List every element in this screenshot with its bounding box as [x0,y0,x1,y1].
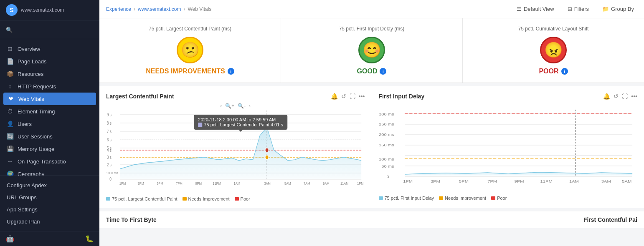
breadcrumb-experience[interactable]: Experience [106,6,131,12]
sidebar-label-page-loads: Page Loads [18,58,46,65]
sidebar-item-url-groups[interactable]: URL Groups [0,191,99,203]
sidebar-item-on-page-transactions[interactable]: ↔ On-Page Transactio [0,155,99,168]
legend-fid: 75 pctl. First Input Delay [379,196,434,201]
logo-text: www.sematext.com [21,7,64,13]
sidebar-item-page-loads[interactable]: 📄 Page Loads [0,55,99,68]
sidebar-item-user-sessions[interactable]: 🔄 User Sessions [0,130,99,143]
transactions-icon: ↔ [7,158,13,165]
svg-text:1PM: 1PM [119,181,126,186]
sidebar-item-overview[interactable]: ⊞ Overview [0,43,99,55]
svg-text:8 s: 8 s [107,121,112,126]
lcp-title: 75 pctl. Largest Contentful Paint (ms) [109,26,271,32]
topbar: Experience › www.sematext.com › Web Vita… [99,0,644,18]
fid-refresh-icon[interactable]: ↺ [614,93,619,100]
bell-icon[interactable]: 🔔 [331,93,338,100]
sidebar-label-transactions: On-Page Transactio [18,158,66,165]
user-sessions-icon: 🔄 [7,133,13,140]
lcp-legend: 75 pctl. Largest Contentful Paint Needs … [106,196,365,201]
overview-icon: ⊞ [7,45,13,52]
fid-chart-area: 300 ms 250 ms 200 ms 150 ms 100 ms 50 ms… [379,110,638,193]
sidebar-item-web-vitals[interactable]: ❤ Web Vitals [3,93,96,105]
fid-chart-header: First Input Delay 🔔 ↺ ⛶ ••• [379,93,638,100]
legend-fid-needs-label: Needs Improvement [445,196,486,201]
nav-prev[interactable]: ‹ [220,103,222,109]
nav-next[interactable]: › [249,103,251,109]
filters-button[interactable]: ⊟ Filters [564,4,592,14]
svg-text:5PM: 5PM [459,179,469,183]
fid-expand-icon[interactable]: ⛶ [622,93,628,100]
sidebar-label-element-timing: Element Timing [18,108,55,115]
sidebar-item-http-requests[interactable]: ↕ HTTP Requests [0,80,99,93]
sidebar-bottom: Configure Apdex URL Groups App Settings … [0,176,99,231]
tooltip-value: 75 pctl. Largest Contentful Paint 4.01 s [204,122,283,127]
sidebar-label-overview: Overview [18,46,40,52]
sidebar-icon-robot[interactable]: 🤖 [6,235,14,243]
svg-text:1PM: 1PM [403,179,413,183]
geography-icon: 🌍 [7,171,13,176]
resources-icon: 📦 [7,70,13,77]
legend-fid-poor: Poor [491,196,507,201]
sidebar-item-upgrade-plan[interactable]: Upgrade Plan [0,216,99,228]
sidebar: S www.sematext.com 🔍 ⊞ Overview 📄 Page L… [0,0,99,246]
breadcrumb-web-vitals: Web Vitals [188,6,211,12]
topbar-actions: ☰ Default View ⊟ Filters 📁 Group By [513,4,637,14]
legend-fid-poor-dot [491,196,495,200]
fid-legend: 75 pctl. First Input Delay Needs Improve… [379,196,638,201]
svg-text:3AM: 3AM [264,181,271,186]
more-icon[interactable]: ••• [359,93,365,100]
search-button[interactable]: 🔍 [3,24,15,35]
fid-bell-icon[interactable]: 🔔 [603,93,610,100]
fid-chart-panel: First Input Delay 🔔 ↺ ⛶ ••• [372,86,644,208]
svg-text:9PM: 9PM [195,181,202,186]
main-content: Experience › www.sematext.com › Web Vita… [99,0,644,246]
memory-icon: 💾 [7,146,13,152]
sidebar-item-app-settings[interactable]: App Settings [0,203,99,216]
filter-icon: ⊟ [568,6,572,12]
sidebar-item-memory-usage[interactable]: 💾 Memory Usage [0,143,99,155]
fid-info-icon[interactable]: i [380,68,386,75]
svg-text:2 s: 2 s [107,163,112,167]
legend-needs: Needs Improvement [183,196,230,201]
sidebar-item-users[interactable]: 👤 Users [0,118,99,130]
nav-zoom-in[interactable]: 🔍+ [225,103,234,109]
lcp-chart-header: Largest Contentful Paint 🔔 ↺ ⛶ ••• [106,93,365,100]
configure-apdex-label: Configure Apdex [7,182,47,188]
fid-chart-title: First Input Delay [379,93,425,100]
lcp-info-icon[interactable]: i [228,68,234,75]
refresh-icon[interactable]: ↺ [341,93,346,100]
svg-text:5PM: 5PM [157,181,163,186]
sidebar-item-configure-apdex[interactable]: Configure Apdex [0,179,99,191]
expand-icon[interactable]: ⛶ [350,93,355,100]
time-to-first-byte-title: Time To First Byte [106,216,157,223]
svg-text:9AM: 9AM [323,181,330,186]
cls-emoji: 😠 [540,37,567,63]
legend-needs-label: Needs Improvement [188,196,230,201]
lcp-chart-nav: ‹ 🔍+ 🔍- › [106,103,365,109]
fid-more-icon[interactable]: ••• [631,93,637,100]
breadcrumb-sematext[interactable]: www.sematext.com [138,6,181,12]
group-by-button[interactable]: 📁 Group By [599,4,637,14]
upgrade-plan-label: Upgrade Plan [7,218,40,225]
svg-text:0: 0 [109,177,112,181]
sidebar-icon-bug[interactable]: 🐛 [85,235,94,243]
sidebar-item-resources[interactable]: 📦 Resources [0,68,99,80]
sidebar-item-geography[interactable]: 🌍 Geography [0,168,99,176]
fid-chart-svg: 300 ms 250 ms 200 ms 150 ms 100 ms 50 ms… [379,110,638,185]
bottom-section: Time To First Byte First Contentful Pai [99,211,644,228]
legend-poor-dot [235,197,239,201]
sidebar-nav: ⊞ Overview 📄 Page Loads 📦 Resources ↕ HT… [0,39,99,176]
svg-text:150 ms: 150 ms [379,143,394,147]
hamburger-icon: ☰ [517,6,522,12]
legend-fid-needs-dot [439,196,443,200]
svg-text:11PM: 11PM [540,179,552,183]
svg-text:0: 0 [386,175,389,179]
default-view-button[interactable]: ☰ Default View [513,4,558,14]
svg-text:1AM: 1AM [234,181,241,186]
cls-info-icon[interactable]: i [561,68,568,75]
sidebar-item-element-timing[interactable]: ⏱ Element Timing [0,105,99,118]
svg-text:7AM: 7AM [304,181,310,186]
nav-zoom-out[interactable]: 🔍- [238,103,246,109]
svg-text:7 s: 7 s [107,129,112,134]
svg-text:1000 ms: 1000 ms [106,171,118,175]
page-loads-icon: 📄 [7,58,13,65]
